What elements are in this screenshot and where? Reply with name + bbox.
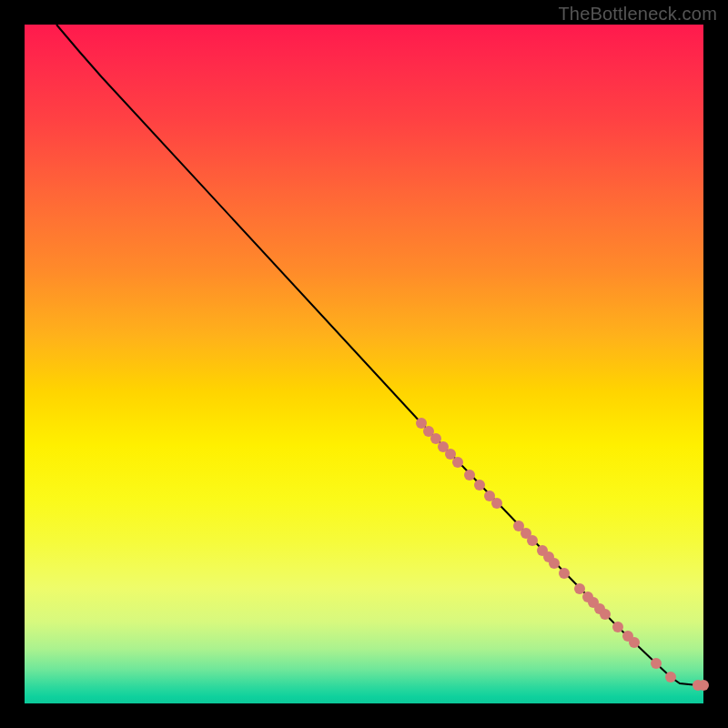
watermark-text: TheBottleneck.com (558, 4, 717, 25)
curve-marker (665, 672, 676, 682)
curve-marker (698, 680, 709, 691)
curve-marker (559, 568, 570, 579)
chart-svg (25, 25, 703, 703)
curve-marker (445, 449, 456, 460)
curve-marker (452, 457, 463, 468)
curve-marker (651, 658, 662, 669)
curve-marker (474, 480, 485, 490)
curve-marker (612, 622, 623, 632)
curve-marker (574, 583, 585, 594)
curve-marker (491, 498, 502, 509)
curve-markers (416, 418, 709, 691)
curve-marker (600, 609, 611, 620)
curve-marker (629, 637, 640, 648)
stage: TheBottleneck.com (0, 0, 728, 728)
curve-marker (549, 558, 560, 569)
curve-marker (527, 535, 538, 546)
bottleneck-curve (56, 25, 703, 685)
curve-marker (464, 470, 475, 480)
curve-marker (430, 433, 441, 444)
curve-marker (416, 418, 427, 429)
